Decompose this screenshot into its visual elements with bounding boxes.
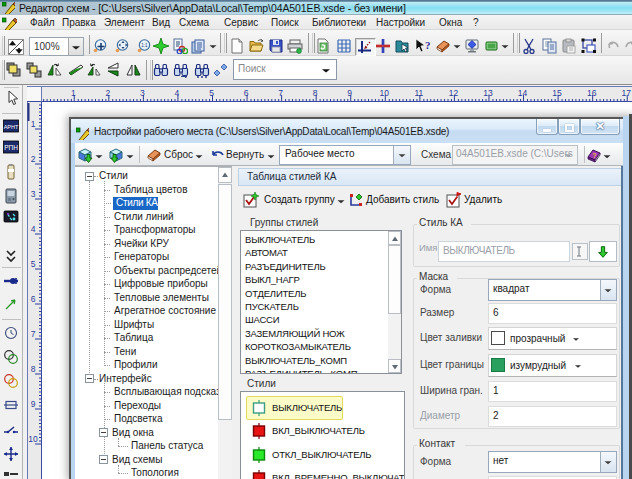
svg-text:1:1: 1:1 bbox=[141, 43, 148, 48]
svg-text:4: 4 bbox=[175, 88, 180, 98]
svg-text:11: 11 bbox=[414, 88, 423, 98]
svg-text:1: 1 bbox=[71, 88, 76, 98]
svg-text:?: ? bbox=[425, 39, 430, 51]
svg-text:9: 9 bbox=[31, 399, 36, 409]
svg-text:3: 3 bbox=[140, 88, 145, 98]
svg-text:8: 8 bbox=[31, 364, 36, 374]
svg-text:2: 2 bbox=[31, 154, 36, 164]
svg-text:15: 15 bbox=[552, 88, 562, 98]
svg-text:5: 5 bbox=[209, 88, 214, 98]
svg-text:16: 16 bbox=[587, 88, 597, 98]
svg-text:?: ? bbox=[592, 152, 596, 159]
svg-text:6: 6 bbox=[244, 88, 249, 98]
svg-text:12: 12 bbox=[449, 88, 459, 98]
svg-text:14: 14 bbox=[518, 88, 528, 98]
svg-text:7: 7 bbox=[31, 329, 36, 339]
svg-text:10: 10 bbox=[28, 434, 38, 444]
svg-text:6: 6 bbox=[31, 294, 36, 304]
svg-text:4: 4 bbox=[31, 224, 36, 234]
svg-text:13: 13 bbox=[483, 88, 493, 98]
svg-text:РПН: РПН bbox=[4, 144, 18, 151]
svg-text:10: 10 bbox=[380, 88, 390, 98]
svg-text:2: 2 bbox=[105, 88, 110, 98]
svg-text:АРНТ: АРНТ bbox=[4, 124, 19, 130]
svg-text:5: 5 bbox=[31, 259, 36, 269]
svg-text:8: 8 bbox=[313, 88, 318, 98]
svg-text:17: 17 bbox=[621, 88, 631, 98]
svg-text:7: 7 bbox=[278, 88, 283, 98]
svg-text:3: 3 bbox=[31, 189, 36, 199]
svg-text:9: 9 bbox=[347, 88, 352, 98]
svg-text:1: 1 bbox=[31, 119, 36, 129]
